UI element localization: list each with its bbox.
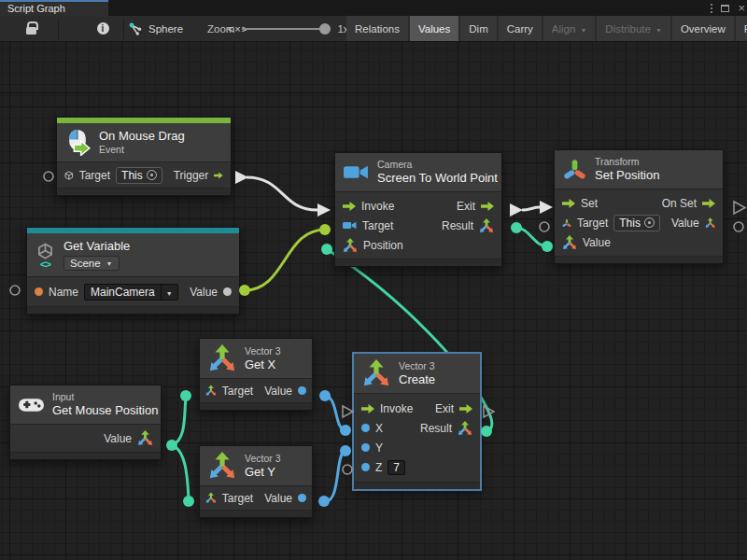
vector3-icon <box>208 452 236 480</box>
transform-icon <box>563 158 586 181</box>
target-port-label: Target <box>362 219 393 232</box>
node-category: Transform <box>595 156 659 168</box>
values-button[interactable]: Values <box>410 16 460 41</box>
toolbar-buttons: Relations Values Dim Carry Align Distrib… <box>346 16 747 41</box>
target-port-label: Target <box>577 217 608 230</box>
zoom-control: Zoom 1x <box>207 16 349 41</box>
gameobject-icon <box>64 169 74 182</box>
node-category: Event <box>99 144 185 156</box>
maximize-icon[interactable] <box>721 5 729 12</box>
node-get-mouse-position[interactable]: Input Get Mouse Position Value <box>9 385 162 460</box>
relations-button[interactable]: Relations <box>346 16 410 41</box>
target-this-chip[interactable]: This <box>116 167 162 184</box>
flow-arrow-icon <box>481 202 494 211</box>
node-title: Get X <box>245 357 281 372</box>
node-vector3-create[interactable]: Vector 3 Create Invoke Exit X Result <box>353 353 481 490</box>
set-port-label: Set <box>581 197 598 210</box>
string-port[interactable] <box>35 287 43 296</box>
value-out-port-label: Value <box>671 217 699 230</box>
object-out-port[interactable] <box>223 287 232 296</box>
flow-arrow-icon <box>343 202 356 211</box>
float-port[interactable] <box>361 463 370 471</box>
camera-icon <box>344 163 369 181</box>
vector3-icon <box>562 235 577 250</box>
position-port-label: Position <box>363 239 403 252</box>
breadcrumb[interactable]: Sphere <box>129 16 183 41</box>
value-port-label: Value <box>104 432 132 445</box>
variable-kind-dropdown[interactable]: Scene <box>63 256 120 271</box>
window-menu-icon[interactable] <box>711 4 712 13</box>
fullscreen-button[interactable]: Full Screen <box>736 16 747 41</box>
flow-arrow-icon <box>459 404 472 413</box>
name-port-label: Name <box>49 286 78 299</box>
z-port-label: Z <box>375 461 382 474</box>
gamepad-icon <box>19 397 44 413</box>
value-port-label: Value <box>264 385 292 398</box>
flow-arrow-icon <box>702 199 715 208</box>
x-port-label: X <box>375 422 383 435</box>
close-icon[interactable]: × <box>738 2 745 14</box>
node-category: Vector 3 <box>399 360 435 372</box>
float-out-port[interactable] <box>298 386 306 395</box>
exit-port-label: Exit <box>457 200 475 213</box>
y-port-label: Y <box>375 441 383 455</box>
target-port-label: Target <box>222 492 253 505</box>
object-picker-icon[interactable] <box>147 170 157 180</box>
node-title: Get Mouse Position <box>52 403 158 418</box>
float-out-port[interactable] <box>298 494 306 502</box>
dropdown-arrow-icon <box>161 285 177 300</box>
lock-button[interactable] <box>19 16 43 41</box>
graph-toolbar: <×> Sphere Zoom 1x Relations Values Dim … <box>0 16 747 42</box>
carry-button[interactable]: Carry <box>499 16 543 41</box>
trigger-port-label: Trigger <box>174 169 209 182</box>
float-port[interactable] <box>361 424 370 432</box>
node-category: Camera <box>377 159 498 171</box>
variable-name-dropdown[interactable]: MainCamera <box>84 284 178 301</box>
node-title: Get Y <box>245 465 281 480</box>
target-port-label: Target <box>222 385 253 398</box>
vector3-icon <box>137 430 153 446</box>
node-get-x[interactable]: Vector 3 Get X Target Value <box>199 338 313 411</box>
node-screen-to-world-point[interactable]: Camera Screen To World Point Invoke Exit… <box>334 152 502 267</box>
mouse-drag-icon <box>65 129 91 156</box>
node-set-position[interactable]: Transform Set Position Set On Set Target… <box>554 149 724 264</box>
value-port-label: Value <box>190 286 218 299</box>
node-title: On Mouse Drag <box>99 129 185 144</box>
vector3-icon <box>208 344 236 372</box>
window-controls: × <box>711 0 745 16</box>
float-port[interactable] <box>361 443 370 452</box>
invoke-port-label: Invoke <box>361 200 394 213</box>
node-on-mouse-drag[interactable]: On Mouse Drag Event Target This Trigger <box>56 117 232 196</box>
flow-arrow-icon <box>361 404 374 413</box>
zoom-label: Zoom <box>207 23 234 35</box>
invoke-port-label: Invoke <box>380 402 413 415</box>
z-value-input[interactable]: 7 <box>388 460 405 475</box>
node-title: Screen To World Point <box>377 171 498 186</box>
vector3-icon <box>705 216 715 231</box>
align-button[interactable]: Align <box>543 16 598 41</box>
zoom-slider-handle[interactable] <box>319 23 331 35</box>
target-this-chip[interactable]: This <box>613 215 660 231</box>
node-get-variable[interactable]: <> Get Variable Scene Name MainCamera Va… <box>26 227 240 315</box>
target-port-label: Target <box>79 169 110 182</box>
node-get-y[interactable]: Vector 3 Get Y Target Value <box>199 445 313 518</box>
exit-port-label: Exit <box>435 402 454 415</box>
vector3-icon <box>343 238 358 253</box>
zoom-slider[interactable] <box>242 28 328 30</box>
camera-port-icon <box>343 220 357 231</box>
value-port-label: Value <box>264 492 292 505</box>
node-title: Get Variable <box>63 239 130 254</box>
dim-button[interactable]: Dim <box>460 16 498 41</box>
tab-script-graph[interactable]: Script Graph <box>0 0 108 16</box>
flow-arrow-icon <box>214 171 223 180</box>
object-picker-icon[interactable] <box>644 217 655 228</box>
overview-button[interactable]: Overview <box>672 16 736 41</box>
vector3-icon <box>479 218 494 233</box>
vector3-icon <box>458 421 472 436</box>
distribute-button[interactable]: Distribute <box>597 16 672 41</box>
tab-bar: Script Graph × <box>0 0 747 16</box>
scene-variable-icon: <> <box>35 243 55 268</box>
node-category: Vector 3 <box>245 345 281 357</box>
info-button[interactable] <box>91 16 115 41</box>
info-icon <box>97 22 109 35</box>
